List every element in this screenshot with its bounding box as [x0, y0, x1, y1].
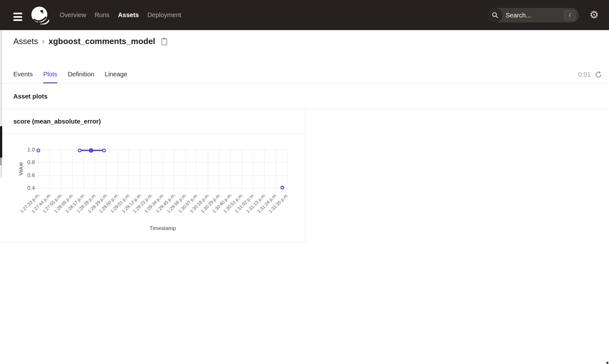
- asset-tabs: Events Plots Definition Lineage: [13, 71, 127, 83]
- nav-assets[interactable]: Assets: [118, 11, 139, 19]
- nav-runs[interactable]: Runs: [95, 11, 109, 19]
- tab-definition[interactable]: Definition: [68, 71, 94, 83]
- y-tick-label: 0.4: [0, 185, 35, 191]
- score-line-chart: Value Timestamp 1.00.80.60.41:27:33 p.m.…: [0, 134, 305, 242]
- corner-artifact: [606, 362, 608, 364]
- nav-overview[interactable]: Overview: [60, 11, 86, 19]
- data-point[interactable]: [281, 186, 284, 189]
- data-point[interactable]: [78, 149, 81, 152]
- plot-card-header: score (mean_absolute_error): [0, 109, 305, 134]
- refresh-icon[interactable]: [595, 71, 602, 78]
- search-icon: [488, 8, 502, 22]
- section-title: Asset plots: [13, 93, 48, 100]
- search-shortcut-badge: /: [564, 10, 575, 20]
- y-tick-label: 1.0: [0, 147, 35, 153]
- tab-lineage[interactable]: Lineage: [105, 71, 127, 83]
- asset-plots-section-header: Asset plots: [0, 84, 609, 109]
- breadcrumb: Assets › xgboost_comments_model: [13, 36, 168, 46]
- asset-plots-page: Overview Runs Assets Deployment / ⚙ Asse…: [0, 0, 609, 364]
- nav-deployment[interactable]: Deployment: [147, 11, 181, 19]
- hamburger-menu-icon[interactable]: [13, 13, 22, 21]
- breadcrumb-assets-link[interactable]: Assets: [13, 36, 38, 46]
- breadcrumb-separator: ›: [42, 36, 45, 46]
- global-search[interactable]: /: [488, 8, 579, 22]
- copy-asset-name-icon[interactable]: [161, 37, 168, 46]
- refresh-zone: 0:01: [578, 71, 602, 78]
- settings-gear-icon[interactable]: ⚙: [589, 8, 599, 22]
- tab-events[interactable]: Events: [13, 71, 33, 83]
- y-tick-label: 0.8: [0, 159, 35, 166]
- primary-nav: Overview Runs Assets Deployment: [60, 0, 181, 30]
- data-point[interactable]: [102, 149, 105, 152]
- tab-plots[interactable]: Plots: [43, 71, 57, 83]
- left-scrollbar-thumb[interactable]: [0, 126, 2, 158]
- data-point[interactable]: [37, 149, 40, 152]
- refresh-countdown: 0:01: [578, 71, 591, 78]
- left-scrollbar-thumb-tail: [0, 158, 2, 165]
- dagster-logo[interactable]: [31, 6, 49, 24]
- asset-name-title: xgboost_comments_model: [49, 36, 155, 46]
- asset-header-row: Assets › xgboost_comments_model Asset in…: [0, 30, 609, 54]
- asset-tabs-row: Events Plots Definition Lineage 0:01: [0, 62, 609, 84]
- y-tick-label: 0.6: [0, 172, 35, 179]
- plot-title: score (mean_absolute_error): [13, 118, 101, 125]
- top-nav: Overview Runs Assets Deployment / ⚙: [0, 0, 609, 30]
- search-input[interactable]: [502, 12, 564, 19]
- plot-card: score (mean_absolute_error) Value Timest…: [0, 109, 305, 242]
- data-point[interactable]: [89, 149, 93, 152]
